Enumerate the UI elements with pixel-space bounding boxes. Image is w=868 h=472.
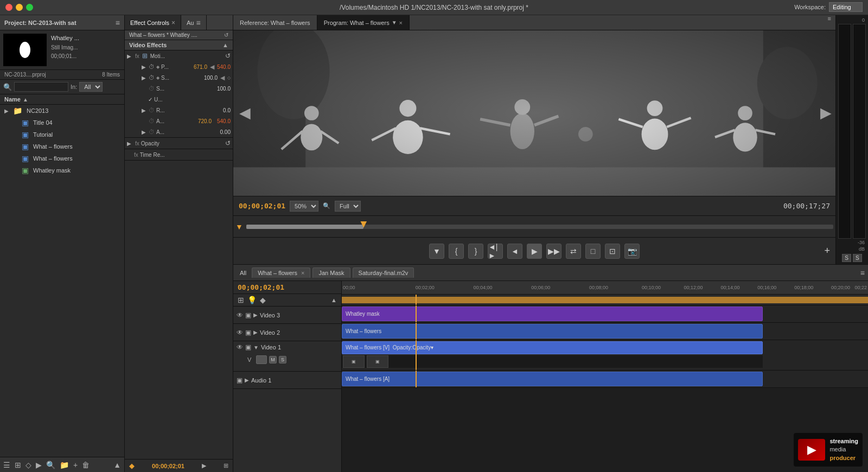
fx-scale-value[interactable]: 100.0 xyxy=(204,75,218,81)
checkbox-icon[interactable]: ✓ xyxy=(148,97,152,103)
fx-timeremap-header[interactable]: fx Time Re... xyxy=(125,149,233,160)
expand-icon[interactable]: ▶ xyxy=(253,312,258,318)
list-item[interactable]: ▣ What – flowers xyxy=(0,152,124,164)
expand-icon[interactable]: ▶ xyxy=(245,377,249,383)
go-to-out-button[interactable]: } xyxy=(468,244,483,259)
safe-margins-button[interactable]: □ xyxy=(585,244,601,259)
in-select[interactable]: All xyxy=(79,82,103,92)
tab-program[interactable]: Program: What – flowers ▼ × xyxy=(317,15,410,30)
clear-icon[interactable]: 🗑 xyxy=(82,461,90,469)
current-timecode[interactable]: 00;00;02;01 xyxy=(239,202,285,210)
linked-select-button[interactable]: 💡 xyxy=(247,296,257,304)
expand-icon[interactable]: ▶ xyxy=(253,329,258,335)
minimize-button[interactable] xyxy=(16,4,23,11)
fx-expand-icon[interactable]: ▶ xyxy=(127,53,133,59)
list-item[interactable]: ▣ Whatley mask xyxy=(0,164,124,176)
find-icon[interactable]: 🔍 xyxy=(46,461,55,469)
solo-button[interactable]: S xyxy=(279,356,286,363)
fx-antialias-value[interactable]: 0.00 xyxy=(220,129,231,135)
close-button[interactable] xyxy=(5,4,12,11)
search-input[interactable] xyxy=(14,82,68,92)
loop-button[interactable]: ⇄ xyxy=(566,244,581,259)
add-marker-button[interactable]: ◆ xyxy=(260,296,266,304)
go-to-in-button[interactable]: { xyxy=(449,244,464,259)
play-button[interactable]: ▶ xyxy=(527,244,542,259)
timeline-ruler[interactable]: 00;00 00;02;00 00;04;00 00;06;00 00;08;0… xyxy=(342,281,868,295)
play-to-here-btn[interactable]: ▶ xyxy=(202,462,206,469)
effect-extra-btn[interactable]: ⊞ xyxy=(224,462,228,469)
tab-effect-controls[interactable]: Effect Controls × xyxy=(125,15,181,30)
zoom-icon[interactable]: 🔍 xyxy=(323,202,330,209)
fx-rotation-value[interactable]: 0.0 xyxy=(223,107,231,113)
freeform-icon[interactable]: ◇ xyxy=(25,461,31,469)
fx-opacity-reset[interactable]: ↺ xyxy=(225,139,231,147)
fx-expand-icon[interactable]: ▶ xyxy=(142,64,147,70)
lock-icon[interactable]: ▣ xyxy=(245,343,251,351)
tab-saturday-final[interactable]: Saturday-final.m2v xyxy=(353,267,414,278)
fx-anchor-y[interactable]: 540.0 xyxy=(217,118,231,124)
settings-icon[interactable]: ▲ xyxy=(113,461,121,469)
solo-button-left[interactable]: S xyxy=(842,254,851,262)
mark-in-button[interactable]: ▼ xyxy=(429,244,444,259)
mute-button[interactable]: M xyxy=(269,356,277,363)
fx-expand-icon[interactable]: ▶ xyxy=(142,129,147,135)
fx-timeremap-toggle[interactable]: fx xyxy=(134,152,138,158)
clip-whatley-mask[interactable]: Whatley mask xyxy=(342,307,763,321)
collapse-arrow-icon[interactable]: ▲ xyxy=(222,42,228,48)
eye-icon[interactable]: 👁 xyxy=(237,343,243,351)
tab-jan-mask[interactable]: Jan Mask xyxy=(312,267,350,278)
shuttle-left-button[interactable]: ◄|► xyxy=(488,244,503,259)
icon-view-icon[interactable]: ⊞ xyxy=(15,461,21,469)
lock-icon[interactable]: ▣ xyxy=(237,377,242,384)
tab-what-flowers[interactable]: What – flowers × xyxy=(252,267,310,278)
fx-motion-reset[interactable]: ↺ xyxy=(225,52,231,60)
automate-icon[interactable]: ▶ xyxy=(36,461,42,469)
scrubber-area[interactable]: ▼ xyxy=(233,215,835,237)
list-view-icon[interactable]: ☰ xyxy=(3,461,10,469)
fx-anchor-x[interactable]: 720.0 xyxy=(198,118,212,124)
eye-icon[interactable]: 👁 xyxy=(237,311,243,319)
sync-button[interactable] xyxy=(256,355,267,364)
fx-opacity-header[interactable]: ▶ fx Opacity ↺ xyxy=(125,138,233,149)
clip-what-flowers-v2[interactable]: What – flowers xyxy=(342,324,763,339)
what-flowers-tab-close[interactable]: × xyxy=(301,270,304,276)
step-back-button[interactable]: ◄ xyxy=(507,244,522,259)
lock-icon[interactable]: ▣ xyxy=(245,311,251,319)
fx-toggle-icon[interactable]: fx xyxy=(135,53,139,59)
new-item-icon[interactable]: + xyxy=(73,461,78,469)
fx-expand-icon[interactable]: ▶ xyxy=(142,107,147,113)
fx-expand-icon[interactable]: ▶ xyxy=(142,75,147,81)
program-tab-close[interactable]: × xyxy=(399,20,403,26)
clip-what-flowers-a1[interactable]: What – flowers [A] xyxy=(342,372,763,386)
fx-position-y[interactable]: 540.0 xyxy=(217,64,231,70)
lock-icon[interactable]: ▣ xyxy=(245,329,251,336)
tab-reference[interactable]: Reference: What – flowers xyxy=(233,15,317,30)
monitor-menu-icon[interactable]: ≡ xyxy=(828,15,835,30)
maximize-button[interactable] xyxy=(26,4,33,11)
fx-motion-header[interactable]: ▶ fx ⊞ Moti... ↺ xyxy=(125,50,233,61)
fx-opacity-toggle[interactable]: fx xyxy=(135,141,139,146)
zoom-select[interactable]: 50% xyxy=(290,201,318,212)
eye-icon[interactable]: 👁 xyxy=(237,329,243,336)
list-item[interactable]: ▣ Title 04 xyxy=(0,117,124,129)
timeline-menu-icon[interactable]: ≡ xyxy=(860,269,865,277)
fx-expand-icon[interactable]: ▶ xyxy=(127,141,133,146)
snap-button[interactable]: ⊞ xyxy=(238,296,244,304)
solo-button-right[interactable]: S xyxy=(853,254,862,262)
tab-au[interactable]: Au ≡ xyxy=(181,15,207,30)
timeline-all-button[interactable]: All xyxy=(237,268,250,278)
program-tab-arrow[interactable]: ▼ xyxy=(392,20,397,25)
effect-controls-tab-close[interactable]: × xyxy=(171,19,175,27)
step-forward-button[interactable]: ▶▶ xyxy=(546,244,561,259)
stopwatch-icon[interactable]: ⏱ xyxy=(149,63,155,70)
list-item[interactable]: ▣ What – flowers xyxy=(0,141,124,152)
stopwatch-icon[interactable]: ⏱ xyxy=(149,74,155,81)
fx-position-x[interactable]: 671.0 xyxy=(194,64,207,70)
expand-icon[interactable]: ▼ xyxy=(253,345,259,350)
fx-scale2-value[interactable]: 100.0 xyxy=(217,86,231,92)
add-button[interactable]: + xyxy=(824,245,830,257)
capture-button[interactable]: 📷 xyxy=(624,244,640,259)
scrubber-bar[interactable] xyxy=(246,225,833,229)
project-menu-button[interactable]: ≡ xyxy=(116,18,120,27)
new-bin-icon[interactable]: 📁 xyxy=(60,461,69,469)
